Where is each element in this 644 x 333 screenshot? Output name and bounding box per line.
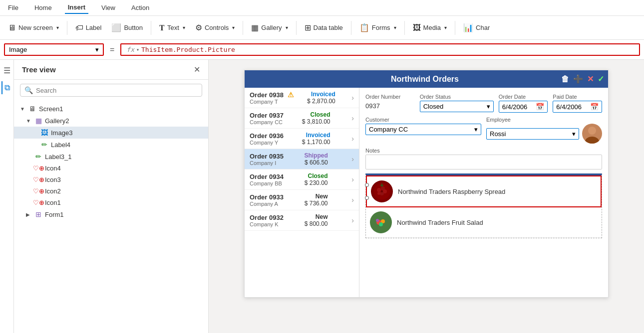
tree-item-icon3[interactable]: ♡⊕ Icon3 xyxy=(14,174,208,185)
order-item-0937[interactable]: Order 0937 Company CC Closed $ 3,810.00 … xyxy=(245,108,359,129)
formula-input[interactable]: fx ▾ ThisItem.Product.Picture xyxy=(120,43,640,56)
order-0932-right: New $ 800.00 xyxy=(305,213,328,227)
order-0936-number: Order 0936 xyxy=(250,132,284,140)
order-status-select[interactable]: Closed ▾ xyxy=(420,101,494,112)
svg-point-4 xyxy=(377,188,381,192)
order-0936-left: Order 0936 Company Y xyxy=(250,132,284,146)
formula-selector[interactable]: Image ▾ xyxy=(4,43,104,56)
tree-item-icon4[interactable]: ♡⊕ Icon4 xyxy=(14,163,208,174)
image3-icon: 🖼 xyxy=(40,129,49,137)
detail-row-1: Order Number 0937 Order Status Closed ▾ … xyxy=(365,94,602,113)
gallery2-label: Gallery2 xyxy=(45,117,202,125)
search-input[interactable] xyxy=(36,87,198,94)
order-0935-number: Order 0935 xyxy=(250,153,284,160)
order-0937-status: Closed xyxy=(302,111,330,118)
order-0937-company: Company CC xyxy=(250,119,284,125)
raspberry-name: Northwind Traders Raspberry Spread xyxy=(398,188,505,195)
order-item-0932[interactable]: Order 0932 Company K New $ 800.00 › xyxy=(245,210,359,231)
tree-search-box[interactable]: 🔍 xyxy=(20,84,202,97)
order-number-label: Order Number xyxy=(365,94,415,100)
tree-title: Tree view xyxy=(22,65,56,74)
tree-item-gallery2[interactable]: ▼ ▦ Gallery2 xyxy=(14,115,208,127)
employee-caret: ▾ xyxy=(572,130,576,138)
tree-item-form1[interactable]: ▶ ⊞ Form1 xyxy=(14,208,208,220)
order-0933-chevron: › xyxy=(351,196,354,204)
data-table-button[interactable]: ⊞ Data table xyxy=(301,20,347,35)
menu-file[interactable]: File xyxy=(5,2,21,13)
text-button[interactable]: 𝐓 Text ▾ xyxy=(155,21,189,35)
icon3-icon: ♡⊕ xyxy=(34,176,43,183)
order-0934-status: Closed xyxy=(305,172,328,179)
detail-panel: Order Number 0937 Order Status Closed ▾ … xyxy=(359,88,608,297)
tree-item-label4[interactable]: ✏ Label4 xyxy=(14,139,208,151)
employee-label: Employee xyxy=(486,117,602,123)
add-icon[interactable]: ➕ xyxy=(573,74,583,84)
menu-home[interactable]: Home xyxy=(31,2,55,13)
order-item-0936[interactable]: Order 0936 Company Y Invoiced $ 1,170.00… xyxy=(245,129,359,149)
order-date-field: Order Date 6/4/2006 📅 xyxy=(499,94,548,113)
order-0936-right: Invoiced $ 1,170.00 xyxy=(302,132,330,146)
app-header-icons: 🗑 ➕ ✕ ✓ xyxy=(561,74,604,84)
order-date-input[interactable]: 6/4/2006 📅 xyxy=(499,101,548,113)
tree-item-image3[interactable]: 🖼 Image3 xyxy=(14,127,208,139)
tree-item-screen1[interactable]: ▼ 🖥 Screen1 xyxy=(14,103,208,115)
icon4-label: Icon4 xyxy=(45,165,202,172)
tree-item-label3-1[interactable]: ✏ Label3_1 xyxy=(14,151,208,163)
label3-1-label: Label3_1 xyxy=(45,153,202,161)
confirm-icon[interactable]: ✓ xyxy=(598,74,604,84)
charts-label: Char xyxy=(476,24,490,31)
order-0933-company: Company A xyxy=(250,201,284,207)
delete-icon[interactable]: 🗑 xyxy=(561,75,569,84)
forms-icon: 📋 xyxy=(359,23,369,32)
controls-button[interactable]: ⚙ Controls ▾ xyxy=(191,20,239,35)
handle-bottom xyxy=(365,196,369,200)
tree-item-icon2[interactable]: ♡⊕ Icon2 xyxy=(14,185,208,197)
media-icon: 🖼 xyxy=(413,23,421,32)
customer-caret: ▾ xyxy=(474,126,478,133)
text-caret: ▾ xyxy=(183,25,185,30)
close-icon[interactable]: ✕ xyxy=(587,74,594,84)
forms-button[interactable]: 📋 Forms ▾ xyxy=(355,20,400,35)
order-0933-right: New $ 736.00 xyxy=(305,193,328,207)
customer-select[interactable]: Company CC ▾ xyxy=(365,124,481,135)
button-button[interactable]: ⬜ Button xyxy=(107,20,147,35)
tree-close-button[interactable]: ✕ xyxy=(194,65,200,74)
fruit-salad-name: Northwind Traders Fruit Salad xyxy=(397,219,483,226)
paid-date-input[interactable]: 6/4/2006 📅 xyxy=(553,101,602,113)
menu-view[interactable]: View xyxy=(98,2,118,13)
order-item-0938[interactable]: Order 0938 ⚠ Company T Invoiced $ 2,870.… xyxy=(245,88,359,108)
order-item-0933[interactable]: Order 0933 Company A New $ 736.00 › xyxy=(245,190,359,210)
toolbar-divider-5 xyxy=(351,21,351,35)
customer-value: Company CC xyxy=(369,126,408,133)
order-status-caret: ▾ xyxy=(487,103,490,110)
layers-icon[interactable]: ⧉ xyxy=(1,81,12,94)
order-0935-status: Shipped xyxy=(304,152,327,159)
new-screen-button[interactable]: 🖥 New screen ▾ xyxy=(4,21,63,35)
order-status-field: Order Status Closed ▾ xyxy=(420,94,494,113)
label-button[interactable]: 🏷 Label xyxy=(71,21,106,35)
gallery-caret: ▾ xyxy=(286,25,288,30)
tree-item-icon1[interactable]: ♡⊕ Icon1 xyxy=(14,197,208,208)
order-item-0934[interactable]: Order 0934 Company BB Closed $ 230.00 › xyxy=(245,169,359,190)
gallery-button[interactable]: ▦ Gallery ▾ xyxy=(247,20,292,35)
menu-action[interactable]: Action xyxy=(128,2,152,13)
gallery-item-raspberry[interactable]: Northwind Traders Raspberry Spread xyxy=(366,175,602,207)
menu-insert[interactable]: Insert xyxy=(65,1,88,14)
image3-label: Image3 xyxy=(51,129,202,137)
handle-top xyxy=(365,183,369,187)
charts-button[interactable]: 📊 Char xyxy=(459,20,494,35)
toolbar-divider-4 xyxy=(296,21,297,35)
hamburger-icon[interactable]: ☰ xyxy=(1,64,12,77)
order-0935-amount: $ 606.50 xyxy=(304,159,327,166)
fruit-salad-image xyxy=(370,211,392,233)
media-button[interactable]: 🖼 Media ▾ xyxy=(409,21,451,35)
gallery-item-fruit-salad[interactable]: Northwind Traders Fruit Salad xyxy=(366,207,602,238)
label-label: Label xyxy=(86,24,102,31)
order-item-0935[interactable]: Order 0935 Company I Shipped $ 606.50 › xyxy=(245,149,359,169)
employee-select[interactable]: Rossi ▾ xyxy=(486,128,579,140)
screen1-icon: 🖥 xyxy=(28,105,37,113)
notes-input[interactable] xyxy=(365,155,602,169)
order-0933-amount: $ 736.00 xyxy=(305,200,328,207)
formula-code: ThisItem.Product.Picture xyxy=(141,46,235,53)
formula-selector-caret: ▾ xyxy=(95,46,99,53)
